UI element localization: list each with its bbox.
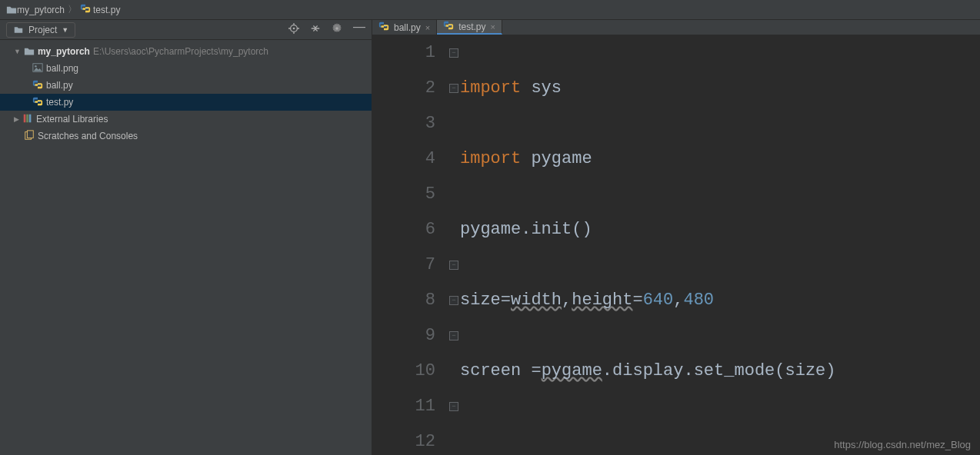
tree-file[interactable]: ball.png <box>0 60 372 77</box>
hide-icon[interactable]: — <box>353 23 365 36</box>
python-file-icon <box>32 79 43 92</box>
chevron-down-icon: ▼ <box>14 48 21 55</box>
locate-icon[interactable] <box>288 23 299 36</box>
python-file-icon <box>80 3 91 16</box>
line-gutter: 123456 789101112 <box>372 35 449 455</box>
svg-rect-7 <box>26 114 28 122</box>
breadcrumb: my_pytorch 〉 test.py <box>0 0 980 20</box>
project-tree[interactable]: ▼ my_pytorch E:\Users\aoc\PycharmProject… <box>0 40 372 148</box>
svg-rect-10 <box>27 130 33 138</box>
scratches-icon <box>24 130 35 143</box>
project-sidebar: Project ▼ — ▼ <box>0 20 372 455</box>
tree-file[interactable]: ball.py <box>0 77 372 94</box>
tree-file-label: ball.png <box>46 63 78 74</box>
sidebar-actions: — <box>288 23 365 36</box>
tree-root[interactable]: ▼ my_pytorch E:\Users\aoc\PycharmProject… <box>0 43 372 60</box>
fold-column: − − − − − − <box>449 35 460 455</box>
folder-icon <box>13 25 24 35</box>
editor-area: ball.py × test.py × 123456 789101112 − −… <box>372 20 980 455</box>
fold-toggle[interactable]: − <box>449 402 458 411</box>
tab-label: ball.py <box>394 22 421 33</box>
svg-point-5 <box>35 65 37 67</box>
tree-external-label: External Libraries <box>36 114 108 125</box>
editor-tab[interactable]: ball.py × <box>372 20 437 35</box>
close-icon[interactable]: × <box>490 22 495 32</box>
collapse-all-icon[interactable] <box>310 23 321 36</box>
project-tool-header: Project ▼ — <box>0 20 372 40</box>
image-file-icon <box>32 62 43 75</box>
python-file-icon <box>378 21 389 34</box>
svg-rect-6 <box>24 114 26 122</box>
code-editor[interactable]: 123456 789101112 − − − − − − import sys … <box>372 35 980 455</box>
breadcrumb-root[interactable]: my_pytorch <box>17 5 65 15</box>
main-split: Project ▼ — ▼ <box>0 20 980 455</box>
project-view-label: Project <box>28 25 57 35</box>
tree-file-selected[interactable]: test.py <box>0 94 372 111</box>
gear-icon[interactable] <box>332 23 342 36</box>
tree-scratches[interactable]: Scratches and Consoles <box>0 128 372 144</box>
tree-external[interactable]: ▶ External Libraries <box>0 111 372 128</box>
tree-file-label: test.py <box>46 97 73 108</box>
fold-toggle[interactable]: − <box>449 296 458 305</box>
svg-point-2 <box>293 28 295 30</box>
folder-icon <box>24 46 35 57</box>
chevron-right-icon: 〉 <box>68 3 77 16</box>
editor-tabs: ball.py × test.py × <box>372 20 980 35</box>
tree-root-path: E:\Users\aoc\PycharmProjects\my_pytorch <box>93 46 268 57</box>
project-view-combo[interactable]: Project ▼ <box>6 22 75 38</box>
breadcrumb-file[interactable]: test.py <box>93 5 120 15</box>
folder-icon <box>6 5 17 15</box>
fold-toggle[interactable]: − <box>449 84 458 93</box>
python-file-icon <box>32 96 43 109</box>
tree-root-name: my_pytorch <box>38 46 90 57</box>
tab-label: test.py <box>458 22 485 32</box>
fold-toggle[interactable]: − <box>449 331 458 340</box>
close-icon[interactable]: × <box>425 23 430 32</box>
code-content[interactable]: import sys import pygame pygame.init() s… <box>460 35 980 455</box>
watermark: https://blog.csdn.net/mez_Blog <box>834 439 971 450</box>
tree-file-label: ball.py <box>46 80 73 91</box>
svg-rect-8 <box>29 114 32 122</box>
tree-scratches-label: Scratches and Consoles <box>38 131 138 141</box>
python-file-icon <box>443 20 454 33</box>
library-icon <box>22 113 33 126</box>
fold-toggle[interactable]: − <box>449 48 458 58</box>
editor-tab-active[interactable]: test.py × <box>437 20 502 35</box>
chevron-down-icon: ▼ <box>62 26 68 34</box>
chevron-right-icon: ▶ <box>14 115 19 123</box>
fold-toggle[interactable]: − <box>449 261 458 270</box>
